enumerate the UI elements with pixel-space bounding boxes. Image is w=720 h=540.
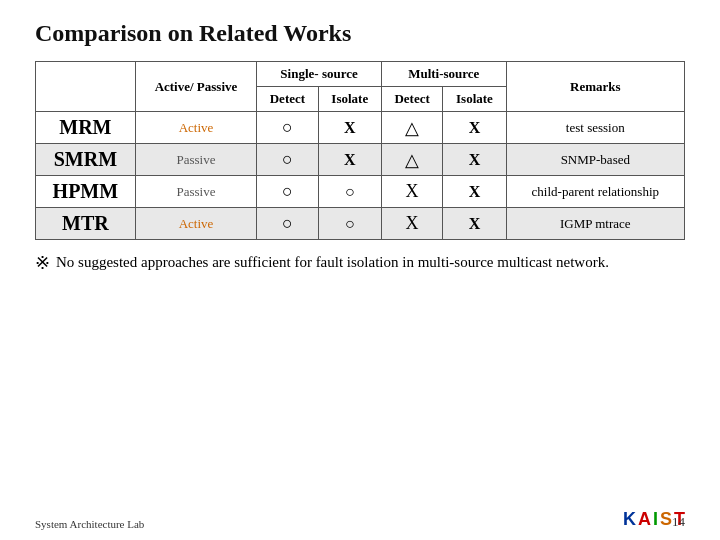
remarks-cell: IGMP mtrace <box>506 208 684 240</box>
multi-isolate-header: Isolate <box>443 87 506 112</box>
method-cell: HPMM <box>36 176 136 208</box>
single-detect-cell: ○ <box>257 208 318 240</box>
comparison-table: Active/ Passive Single- source Multi-sou… <box>35 61 685 240</box>
multi-detect-cell: X <box>381 208 442 240</box>
table-body: MRM Active ○ X △ X test session SMRM Pas… <box>36 112 685 240</box>
table-row: MTR Active ○ ○ X X IGMP mtrace <box>36 208 685 240</box>
note-symbol: ※ <box>35 252 50 274</box>
single-isolate-cell: ○ <box>318 176 381 208</box>
multi-isolate-cell: X <box>443 176 506 208</box>
remarks-cell: SNMP-based <box>506 144 684 176</box>
multi-detect-cell: △ <box>381 112 442 144</box>
kaist-a: A <box>638 509 651 530</box>
footer: System Architecture Lab K A I S T <box>35 509 685 530</box>
table-row: HPMM Passive ○ ○ X X child-parent relati… <box>36 176 685 208</box>
multi-detect-header: Detect <box>381 87 442 112</box>
multi-detect-cell: △ <box>381 144 442 176</box>
note-section: ※ No suggested approaches are sufficient… <box>35 252 685 274</box>
method-cell: SMRM <box>36 144 136 176</box>
single-isolate-cell: X <box>318 144 381 176</box>
page-number: 14 <box>672 514 685 530</box>
page: Comparison on Related Works Active/ Pass… <box>0 0 720 540</box>
multi-isolate-cell: X <box>443 144 506 176</box>
note-text: No suggested approaches are sufficient f… <box>56 252 609 273</box>
single-isolate-header: Isolate <box>318 87 381 112</box>
page-title: Comparison on Related Works <box>35 20 685 47</box>
single-detect-cell: ○ <box>257 112 318 144</box>
multi-isolate-cell: X <box>443 208 506 240</box>
active-passive-cell: Passive <box>135 144 256 176</box>
table-header-row1: Active/ Passive Single- source Multi-sou… <box>36 62 685 87</box>
method-cell: MRM <box>36 112 136 144</box>
kaist-i: I <box>653 509 658 530</box>
single-detect-header: Detect <box>257 87 318 112</box>
col-active-passive-header: Active/ Passive <box>135 62 256 112</box>
table-row: SMRM Passive ○ X △ X SNMP-based <box>36 144 685 176</box>
multi-isolate-cell: X <box>443 112 506 144</box>
single-isolate-cell: ○ <box>318 208 381 240</box>
remarks-cell: test session <box>506 112 684 144</box>
single-detect-cell: ○ <box>257 176 318 208</box>
remarks-header: Remarks <box>506 62 684 112</box>
footer-lab-label: System Architecture Lab <box>35 518 144 530</box>
single-detect-cell: ○ <box>257 144 318 176</box>
method-cell: MTR <box>36 208 136 240</box>
table-row: MRM Active ○ X △ X test session <box>36 112 685 144</box>
multi-source-header: Multi-source <box>381 62 506 87</box>
kaist-k: K <box>623 509 636 530</box>
single-source-header: Single- source <box>257 62 382 87</box>
remarks-cell: child-parent relationship <box>506 176 684 208</box>
single-isolate-cell: X <box>318 112 381 144</box>
multi-detect-cell: X <box>381 176 442 208</box>
kaist-s: S <box>660 509 672 530</box>
active-passive-cell: Passive <box>135 176 256 208</box>
active-passive-cell: Active <box>135 112 256 144</box>
active-passive-cell: Active <box>135 208 256 240</box>
col-method-header <box>36 62 136 112</box>
